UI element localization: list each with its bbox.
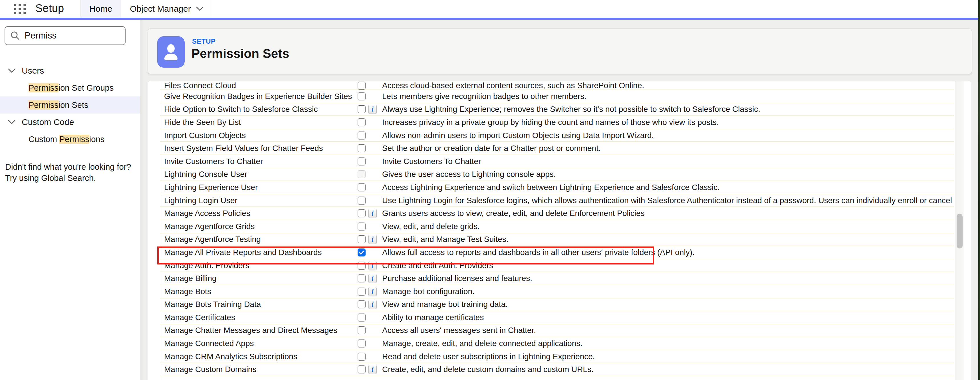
permission-checkbox[interactable] [358,223,366,231]
table-row: Manage CertificatesAbility to manage cer… [160,311,954,324]
permission-checkbox[interactable] [358,92,366,100]
permission-checkbox[interactable] [358,183,366,191]
permission-name: Manage Connected Apps [164,337,254,350]
app-launcher-icon[interactable] [14,4,27,14]
setup-sidebar: UsersPermission Set GroupsPermission Set… [0,20,140,380]
sidebar-item-users[interactable]: Users [0,62,140,79]
person-icon [163,43,179,61]
info-icon[interactable]: i [368,105,377,114]
permission-description: Manage bot configuration. [382,285,474,298]
sidebar-item-custom-permissions[interactable]: Custom Permissions [0,131,140,148]
table-row: Manage BotsiManage bot configuration. [160,285,954,298]
tab-home-label: Home [89,4,112,14]
setup-top-bar: Setup Home Object Manager [0,0,980,17]
chevron-down-icon [196,6,204,11]
info-icon[interactable]: i [368,300,377,309]
permission-description: Create, edit, and delete custom domains … [382,363,593,376]
table-row: Manage CRM Analytics SubscriptionsRead a… [160,350,954,364]
sidebar-tree: UsersPermission Set GroupsPermission Set… [0,62,140,148]
permission-checkbox[interactable] [358,288,366,296]
table-row: Manage Agentforce GridsView, edit, and d… [160,220,954,234]
tab-home[interactable]: Home [81,0,121,17]
permission-checkbox[interactable] [358,197,366,205]
permission-name: Manage All Private Reports and Dashboard… [164,246,322,259]
permission-description: Allows non-admin users to import Custom … [382,129,654,142]
info-icon[interactable]: i [368,287,377,296]
permission-name: Manage Access Policies [164,207,250,220]
chevron-down-icon [8,68,16,73]
permission-description: Allows full access to reports and dashbo… [382,246,695,259]
table-row: Manage Chatter Messages and Direct Messa… [160,324,954,337]
info-icon[interactable]: i [368,365,377,374]
permission-checkbox[interactable] [358,81,366,90]
table-row: Invite Customers To ChatterInvite Custom… [160,155,954,168]
permission-checkbox[interactable] [358,105,366,113]
permission-checkbox[interactable] [358,353,366,361]
sidebar-group-label: Custom Code [22,117,74,127]
permission-name: Manage Bots [164,285,211,298]
permission-checkbox[interactable] [358,209,366,218]
table-scrollbar-thumb[interactable] [956,214,963,248]
permission-name: Import Custom Objects [164,129,246,142]
permission-checkbox[interactable] [358,275,366,282]
info-icon[interactable]: i [368,261,377,270]
sidebar-item-permission-set-groups[interactable]: Permission Set Groups [0,79,140,97]
table-row: Files Connect CloudAccess cloud-based ex… [160,81,954,90]
permission-description: Invite Customers To Chatter [382,155,481,168]
permission-description: Grants users access to view, create, edi… [382,207,645,220]
page-header-card: SETUP Permission Sets [148,29,972,74]
sidebar-group-label: Users [22,66,44,76]
table-row: Manage Access PoliciesiGrants users acce… [160,207,954,220]
permission-sets-icon [157,36,185,68]
quick-find-input[interactable] [25,30,119,41]
permission-description: Use Lightning Login for Salesforce login… [382,194,954,207]
table-row: Manage Custom DomainsiCreate, edit, and … [160,363,954,376]
permission-checkbox[interactable] [358,301,366,308]
permission-name: Manage Auth. Providers [164,259,250,272]
permission-name: Manage Bots Training Data [164,298,261,311]
table-row: Lightning Experience UserAccess Lightnin… [160,181,954,194]
info-icon[interactable]: i [368,209,377,218]
permission-checkbox[interactable] [358,145,366,152]
permission-checkbox[interactable] [358,326,366,334]
table-row: Manage BillingiPurchase additional licen… [160,272,954,285]
sidebar-item-permission-sets[interactable]: Permission Sets [0,97,140,113]
permission-checkbox[interactable] [358,157,366,165]
brand-accent-bar [0,17,980,20]
app-title: Setup [35,2,64,17]
sidebar-footer-line1: Didn't find what you're looking for? [5,161,131,173]
permission-checkbox[interactable] [358,118,366,126]
permission-name: Manage Certificates [164,311,235,324]
permission-description: Access all users' messages sent in Chatt… [382,324,536,337]
permission-name: Hide Option to Switch to Salesforce Clas… [164,103,318,116]
sidebar-item-custom-code[interactable]: Custom Code [0,113,140,131]
permission-name: Give Recognition Badges in Experience Bu… [164,90,352,103]
tab-object-manager[interactable]: Object Manager [121,0,212,17]
permission-description: Always use Lightning Experience; removes… [382,103,760,116]
permission-name: Manage Agentforce Testing [164,234,261,246]
permission-checkbox[interactable] [358,313,366,321]
permission-checkbox[interactable] [358,339,366,348]
permissions-table: Files Connect CloudAccess cloud-based ex… [160,81,954,380]
permission-description: View and manage bot training data. [382,298,508,311]
table-row: Manage Auth. ProvidersiCreate and edit A… [160,259,954,272]
table-scrollbar[interactable] [955,81,963,380]
permission-name: Invite Customers To Chatter [164,155,263,168]
permission-description: View, edit, and Manage Test Suites. [382,234,509,246]
permission-checkbox[interactable] [358,132,366,140]
permission-description: View, edit, and delete grids. [382,220,480,233]
info-icon[interactable]: i [368,235,377,244]
tab-object-manager-label: Object Manager [130,4,191,14]
permission-description: Access Lightning Experience and switch b… [382,181,720,194]
sidebar-footer-text: Didn't find what you're looking for? Try… [5,161,131,184]
permission-description: Create and edit Auth. Providers [382,259,493,272]
table-row: Lightning Login UserUse Lightning Login … [160,194,954,207]
permission-checkbox[interactable] [358,248,366,256]
permission-checkbox[interactable] [358,262,366,270]
permission-checkbox[interactable] [358,366,366,374]
permission-description: Gives the user access to Lightning conso… [382,168,556,181]
info-icon[interactable]: i [368,274,377,283]
permission-name: Lightning Login User [164,194,237,207]
quick-find-box [5,26,126,45]
permission-checkbox[interactable] [358,235,366,243]
